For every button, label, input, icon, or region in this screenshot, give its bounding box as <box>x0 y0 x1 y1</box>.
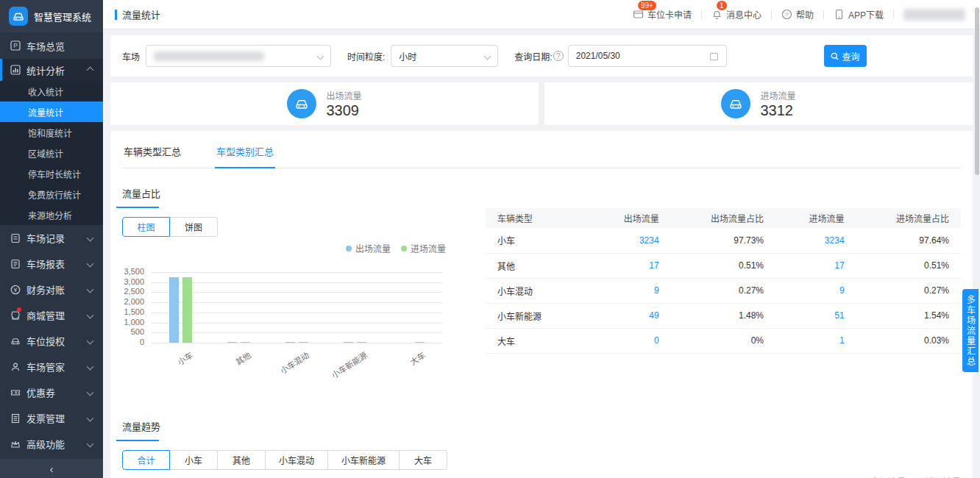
trend-section-title: 流量趋势 <box>122 419 165 441</box>
y-axis-tick-label: 2,500 <box>124 287 144 296</box>
bar-chart-toggle[interactable]: 柱图 <box>122 217 170 237</box>
cell-exit-traffic-link[interactable]: 17 <box>590 253 671 278</box>
cell-exit-share: 97.73% <box>671 228 775 253</box>
granularity-select[interactable]: 小时 <box>391 45 498 67</box>
table-row: 小车新能源 49 1.48% 51 1.54% <box>486 303 961 328</box>
header-link-label: APP下载 <box>848 8 884 21</box>
cell-entry-traffic-link[interactable]: 17 <box>775 253 856 278</box>
date-input[interactable]: 2021/05/30 <box>568 45 727 67</box>
chevron-down-icon <box>87 389 94 396</box>
help-link[interactable]: ? 帮助 <box>781 8 814 21</box>
chevron-down-icon <box>87 312 94 319</box>
cell-exit-share: 1.48% <box>671 303 775 328</box>
trend-tab-hybrid[interactable]: 小车混动 <box>266 450 328 470</box>
sidebar-item-mall-management[interactable]: 商城管理 <box>0 302 103 328</box>
redacted-parking-name <box>154 51 264 61</box>
legend-entry-traffic[interactable]: 进场流量 <box>916 475 961 478</box>
sidebar-item-parking-overview[interactable]: P 车场总览 <box>0 32 103 59</box>
cell-exit-share: 0.27% <box>671 278 775 303</box>
sidebar-collapse-button[interactable]: ‹ <box>0 459 103 478</box>
sidebar-item-saturation-stats[interactable]: 饱和度统计 <box>0 122 103 143</box>
x-axis-tick-label: 大车 <box>407 349 427 367</box>
legend-entry-traffic[interactable]: 进场流量 <box>401 242 446 254</box>
legend-exit-traffic[interactable]: 出场流量 <box>861 475 906 478</box>
breadcrumb-accent <box>115 10 117 20</box>
header-link-label: 消息中心 <box>726 8 761 21</box>
granularity-value: 小时 <box>399 50 416 63</box>
invoice-icon <box>10 413 21 424</box>
sidebar-item-free-pass-stats[interactable]: 免费放行统计 <box>0 184 103 204</box>
sidebar-item-parking-records[interactable]: 车场记录 <box>0 225 103 251</box>
vertical-scrollbar-thumb[interactable] <box>975 7 979 175</box>
sidebar-item-parking-reports[interactable]: 车场报表 <box>0 251 103 277</box>
trend-tab-large-car[interactable]: 大车 <box>400 450 447 470</box>
sidebar-item-parking-butler[interactable]: 车场管家 <box>0 354 103 379</box>
chevron-down-icon <box>87 286 94 293</box>
app-download-link[interactable]: APP下载 <box>834 8 884 21</box>
cell-exit-traffic-link[interactable]: 49 <box>590 303 671 328</box>
message-center-link[interactable]: 1 消息中心 <box>711 8 761 21</box>
sidebar-item-area-stats[interactable]: 区域统计 <box>0 143 103 163</box>
sidebar-item-income-stats[interactable]: 收入统计 <box>0 81 103 101</box>
redacted-username[interactable] <box>903 9 965 21</box>
document-icon <box>10 233 21 243</box>
cell-entry-traffic-link[interactable]: 9 <box>775 278 856 303</box>
cell-exit-traffic-link[interactable]: 0 <box>590 328 671 353</box>
tab-vehicle-type-summary[interactable]: 车辆类型汇总 <box>122 141 182 168</box>
legend-exit-traffic[interactable]: 出场流量 <box>346 242 391 254</box>
col-entry-share: 进场流量占比 <box>856 208 961 228</box>
section-title-text: 流量占比 <box>122 186 165 207</box>
y-axis-tick-label: 3,000 <box>124 277 144 286</box>
cell-exit-traffic-link[interactable]: 9 <box>590 278 671 303</box>
sidebar-item-traffic-stats[interactable]: 流量统计 <box>0 101 103 122</box>
sidebar-group-label: 统计分析 <box>26 63 65 77</box>
sidebar-item-advanced-features[interactable]: 高级功能 <box>0 431 103 457</box>
sidebar-item-invoice-management[interactable]: 发票管理 <box>0 405 103 431</box>
cell-exit-traffic-link[interactable]: 3234 <box>590 228 671 253</box>
cell-entry-traffic-link[interactable]: 3234 <box>775 228 856 253</box>
trend-tab-other[interactable]: 其他 <box>218 450 266 470</box>
search-button[interactable]: 查询 <box>824 45 867 67</box>
trend-tab-small-car[interactable]: 小车 <box>170 450 218 470</box>
trend-tab-new-energy[interactable]: 小车新能源 <box>328 450 400 470</box>
cell-entry-traffic-link[interactable]: 51 <box>775 303 856 328</box>
chevron-down-icon <box>484 52 491 60</box>
multi-parking-traffic-summary-button[interactable]: 多车场流量汇总 <box>962 289 979 372</box>
bar-出场流量[interactable] <box>169 277 179 343</box>
sidebar-group-statistics[interactable]: 统计分析 <box>0 59 103 81</box>
legend-label: 进场流量 <box>411 242 446 254</box>
app-root: 智慧管理系统 P 车场总览 统计分析 收入统计 流量统计 饱和度统计 区域统计 … <box>0 0 980 478</box>
col-vehicle-type: 车辆类型 <box>486 208 590 228</box>
table-row: 小车 3234 97.73% 3234 97.64% <box>486 228 961 253</box>
parking-select[interactable] <box>146 45 331 67</box>
bar-chart-x-axis: 小车其他小车混动小车新能源大车 <box>152 343 442 379</box>
phone-icon <box>834 9 845 20</box>
gridline <box>152 292 442 293</box>
chevron-down-icon <box>87 440 94 448</box>
sidebar-item-coupons[interactable]: 优惠券 <box>0 379 103 405</box>
svg-text:?: ? <box>785 11 789 18</box>
sidebar-item-space-authorization[interactable]: 车位授权 <box>0 328 103 354</box>
stat-label: 进场流量 <box>760 89 795 101</box>
trend-tab-total[interactable]: 合计 <box>122 450 170 470</box>
sidebar-item-origin-analysis[interactable]: 来源地分析 <box>0 204 103 225</box>
bell-icon <box>711 9 722 20</box>
calendar-icon <box>709 51 719 61</box>
gridline <box>152 313 442 313</box>
sidebar-item-label: 收入统计 <box>28 85 63 98</box>
pie-chart-toggle[interactable]: 饼图 <box>170 217 218 237</box>
sidebar: 智慧管理系统 P 车场总览 统计分析 收入统计 流量统计 饱和度统计 区域统计 … <box>0 0 103 478</box>
share-chart-legend: 出场流量 进场流量 <box>122 242 446 254</box>
traffic-share-bar-chart: 05001,0001,5002,0002,5003,0003,500 小车其他小… <box>122 272 446 382</box>
legend-dot <box>401 246 407 252</box>
sidebar-item-finance-reconciliation[interactable]: ¥ 财务对账 <box>0 277 103 302</box>
cell-entry-traffic-link[interactable]: 1 <box>775 328 856 353</box>
bar-进场流量[interactable] <box>182 277 192 343</box>
sidebar-item-parking-duration-stats[interactable]: 停车时长统计 <box>0 163 103 184</box>
sidebar-item-label: 饱和度统计 <box>28 126 72 139</box>
sidebar-item-label: 车场管家 <box>26 360 65 374</box>
date-label: 查询日期: <box>514 50 552 63</box>
parking-card-apply-link[interactable]: 99+ 车位卡申请 <box>633 8 692 21</box>
help-tooltip-icon[interactable]: ? <box>553 51 564 61</box>
tab-model-category-summary[interactable]: 车型类别汇总 <box>215 141 275 168</box>
